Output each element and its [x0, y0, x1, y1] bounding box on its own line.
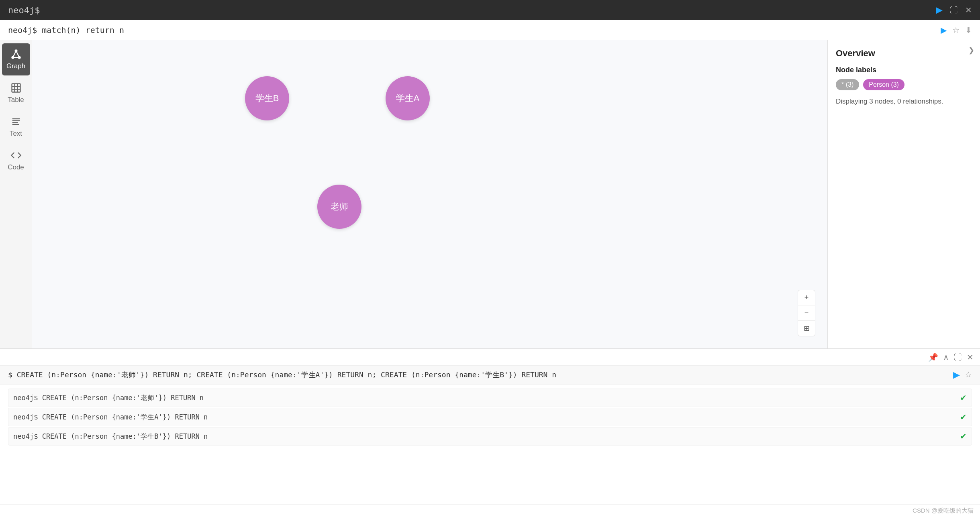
graph-node[interactable]: 老师 [317, 185, 361, 229]
chevron-up-icon[interactable]: ∧ [943, 352, 949, 362]
tag-person[interactable]: Person (3) [863, 79, 904, 90]
query-bar: neo4j$ match(n) return n ▶ ☆ ⬇ [0, 20, 980, 40]
svg-line-3 [12, 51, 16, 57]
bottom-expand-icon[interactable]: ⛶ [954, 353, 962, 362]
result-list: neo4j$ CREATE (n:Person {name:'老师'}) RET… [0, 385, 980, 504]
result-check-icon: ✔ [960, 412, 967, 422]
zoom-fit-button[interactable]: ⊞ [798, 321, 815, 336]
sidebar-item-table[interactable]: Table [2, 77, 30, 109]
result-check-icon: ✔ [960, 393, 967, 403]
tag-all[interactable]: * (3) [836, 79, 859, 90]
bottom-section: 📌 ∧ ⛶ ✕ $ CREATE (n:Person {name:'老师'}) … [0, 348, 980, 517]
sidebar-item-text[interactable]: Text [2, 111, 30, 143]
query-run-button[interactable]: ▶ [941, 25, 947, 35]
result-item: neo4j$ CREATE (n:Person {name:'老师'}) RET… [8, 389, 972, 407]
graph-canvas[interactable]: 学生B学生A老师 + − ⊞ [32, 40, 827, 348]
query-download-button[interactable]: ⬇ [965, 25, 972, 35]
displaying-text: Displaying 3 nodes, 0 relationships. [836, 98, 972, 106]
result-item: neo4j$ CREATE (n:Person {name:'学生B'}) RE… [8, 427, 972, 446]
command-run-button[interactable]: ▶ [953, 370, 960, 380]
app-title: neo4j$ [8, 5, 40, 15]
zoom-in-button[interactable]: + [798, 290, 815, 305]
code-icon [10, 150, 22, 161]
command-text: $ CREATE (n:Person {name:'老师'}) RETURN n… [8, 370, 953, 380]
svg-line-4 [16, 51, 19, 57]
svg-rect-6 [12, 84, 20, 92]
table-label: Table [8, 96, 24, 104]
right-panel: ❯ Overview Node labels * (3) Person (3) … [827, 40, 980, 348]
graph-icon [10, 49, 22, 60]
zoom-out-button[interactable]: − [798, 305, 815, 321]
footer-credit: CSDN @爱吃饭的大猫 [913, 507, 974, 514]
bottom-close-icon[interactable]: ✕ [967, 352, 974, 362]
result-item-text: neo4j$ CREATE (n:Person {name:'学生B'}) RE… [13, 432, 208, 441]
bottom-toolbar: 📌 ∧ ⛶ ✕ [0, 349, 980, 366]
table-icon [10, 82, 22, 94]
panel-toggle-button[interactable]: ❯ [968, 46, 974, 55]
top-bar-actions: ▶ ⛶ ✕ [936, 5, 972, 15]
text-icon [10, 116, 22, 127]
main-area: Graph Table Text [0, 40, 980, 348]
text-label: Text [10, 130, 22, 138]
top-bar: neo4j$ ▶ ⛶ ✕ [0, 0, 980, 20]
node-labels-title: Node labels [836, 66, 972, 74]
node-label-tags: * (3) Person (3) [836, 79, 972, 90]
left-sidebar: Graph Table Text [0, 40, 32, 348]
command-bar: $ CREATE (n:Person {name:'老师'}) RETURN n… [0, 366, 980, 385]
sidebar-item-graph[interactable]: Graph [2, 43, 30, 75]
code-label: Code [8, 163, 24, 171]
sidebar-item-code[interactable]: Code [2, 145, 30, 177]
top-close-button[interactable]: ✕ [965, 5, 972, 15]
graph-label: Graph [6, 62, 25, 70]
result-check-icon: ✔ [960, 432, 967, 441]
overview-title: Overview [836, 48, 972, 59]
graph-node[interactable]: 学生B [245, 76, 289, 120]
command-star-button[interactable]: ☆ [965, 370, 972, 380]
result-item-text: neo4j$ CREATE (n:Person {name:'学生A'}) RE… [13, 413, 208, 422]
result-item: neo4j$ CREATE (n:Person {name:'学生A'}) RE… [8, 408, 972, 426]
query-star-button[interactable]: ☆ [952, 25, 960, 35]
query-actions: ▶ ☆ ⬇ [941, 25, 972, 35]
zoom-controls: + − ⊞ [798, 290, 815, 336]
bottom-footer: CSDN @爱吃饭的大猫 [0, 504, 980, 517]
pin-icon[interactable]: 📌 [928, 352, 938, 362]
command-actions: ▶ ☆ [953, 370, 972, 380]
top-run-button[interactable]: ▶ [936, 5, 943, 15]
top-expand-button[interactable]: ⛶ [950, 6, 958, 15]
result-item-text: neo4j$ CREATE (n:Person {name:'老师'}) RET… [13, 393, 204, 403]
graph-node[interactable]: 学生A [386, 76, 430, 120]
query-text: neo4j$ match(n) return n [8, 25, 941, 35]
